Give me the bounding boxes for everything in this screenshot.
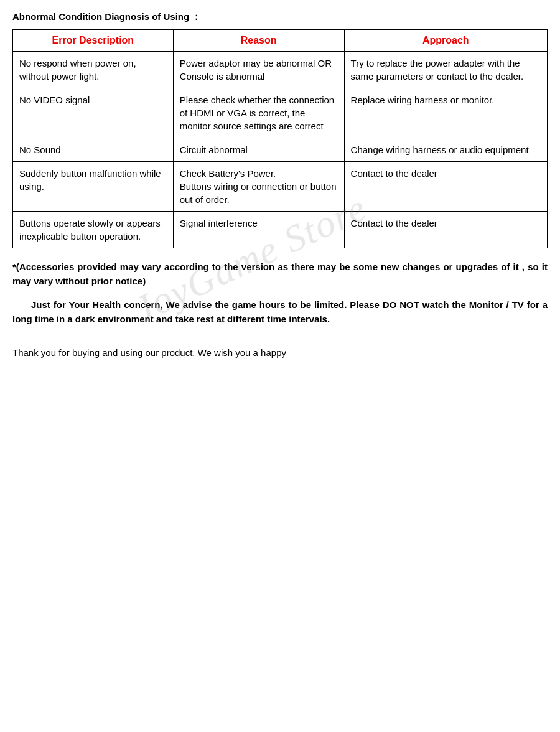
health-note: Just for Your Health concern, We advise … — [12, 298, 548, 327]
header-error: Error Description — [13, 30, 174, 52]
cell-reason: Power adaptor may be abnormal OR Console… — [173, 52, 344, 88]
accessories-note-text: *(Accessories provided may vary accordin… — [12, 261, 548, 286]
cell-error: Suddenly button malfunction while using. — [13, 162, 174, 212]
cell-approach: Contact to the dealer — [344, 162, 547, 212]
header-reason: Reason — [173, 30, 344, 52]
cell-reason: Signal interference — [173, 212, 344, 248]
cell-approach: Try to replace the power adapter with th… — [344, 52, 547, 88]
header-approach: Approach — [344, 30, 547, 52]
cell-error: Buttons operate slowly or appears inexpl… — [13, 212, 174, 248]
cell-reason: Circuit abnormal — [173, 138, 344, 162]
thank-you: Thank you for buying and using our produ… — [12, 345, 548, 360]
cell-error: No Sound — [13, 138, 174, 162]
cell-error: No VIDEO signal — [13, 88, 174, 138]
page-title: Abnormal Condition Diagnosis of Using ： — [12, 11, 548, 23]
table-row: No VIDEO signalPlease check whether the … — [13, 88, 548, 138]
table-row: No SoundCircuit abnormalChange wiring ha… — [13, 138, 548, 162]
diagnosis-table: Error Description Reason Approach No res… — [12, 29, 548, 248]
cell-approach: Contact to the dealer — [344, 212, 547, 248]
cell-error: No respond when power on, without power … — [13, 52, 174, 88]
cell-approach: Change wiring harness or audio equipment — [344, 138, 547, 162]
table-row: Suddenly button malfunction while using.… — [13, 162, 548, 212]
table-row: Buttons operate slowly or appears inexpl… — [13, 212, 548, 248]
cell-reason: Please check whether the connection of H… — [173, 88, 344, 138]
accessories-note: *(Accessories provided may vary accordin… — [12, 260, 548, 289]
cell-approach: Replace wiring harness or monitor. — [344, 88, 547, 138]
table-row: No respond when power on, without power … — [13, 52, 548, 88]
cell-reason: Check Battery's Power.Buttons wiring or … — [173, 162, 344, 212]
